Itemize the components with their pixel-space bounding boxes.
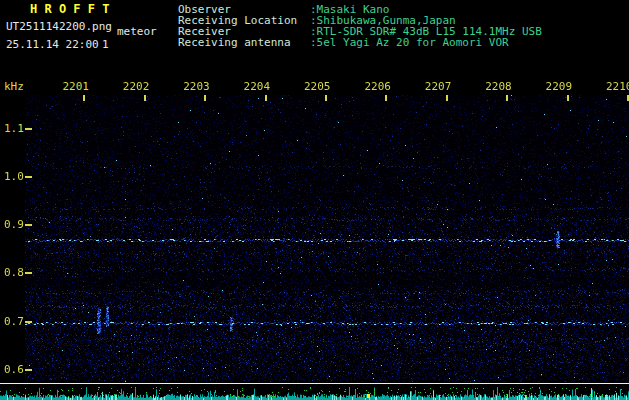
timestamp: 25.11.14 22:00 xyxy=(6,39,99,50)
time-tick-label: 2205 xyxy=(304,81,331,92)
freq-tick-mark xyxy=(25,176,32,178)
time-tick-mark xyxy=(567,95,569,101)
time-tick-mark xyxy=(83,95,85,101)
time-tick-label: 2202 xyxy=(123,81,150,92)
filename: UT2511142200.png xyxy=(6,21,112,32)
meta-label-antenna: Receiving antenna xyxy=(178,37,291,48)
frame-counter: 1 xyxy=(102,39,109,50)
time-tick-mark xyxy=(385,95,387,101)
freq-tick-label: 1.1 xyxy=(4,123,24,134)
time-tick-mark xyxy=(144,95,146,101)
meta-value-antenna: :5el Yagi Az 20 for Aomori VOR xyxy=(310,37,509,48)
time-tick-label: 2201 xyxy=(62,81,89,92)
freq-tick-mark xyxy=(25,224,32,226)
mode-label: meteor xyxy=(117,26,157,37)
spectrogram-canvas xyxy=(25,95,629,382)
freq-tick-label: 0.8 xyxy=(4,267,24,278)
freq-tick-label: 0.7 xyxy=(4,316,24,327)
time-tick-mark xyxy=(204,95,206,101)
separator-line xyxy=(0,383,629,384)
time-tick-label: 2204 xyxy=(244,81,271,92)
freq-tick-label: 0.9 xyxy=(4,219,24,230)
freq-tick-label: 1.0 xyxy=(4,171,24,182)
time-tick-label: 2208 xyxy=(485,81,512,92)
freq-tick-mark xyxy=(25,321,32,323)
app-title: H R O F F T xyxy=(30,4,109,15)
time-tick-mark xyxy=(265,95,267,101)
time-tick-label: 2206 xyxy=(364,81,391,92)
time-tick-mark xyxy=(446,95,448,101)
time-tick-label: 2209 xyxy=(546,81,573,92)
freq-tick-label: 0.6 xyxy=(4,364,24,375)
freq-tick-mark xyxy=(25,369,32,371)
time-tick-label: 2203 xyxy=(183,81,210,92)
hrofft-output: H R O F F T UT2511142200.png meteor 25.1… xyxy=(0,0,629,400)
time-tick-mark xyxy=(325,95,327,101)
time-tick-mark xyxy=(506,95,508,101)
freq-tick-mark xyxy=(25,272,32,274)
time-tick-label: 2210 xyxy=(606,81,629,92)
time-tick-label: 2207 xyxy=(425,81,452,92)
freq-axis-unit: kHz xyxy=(4,81,24,92)
signal-level-strip xyxy=(0,385,629,400)
freq-tick-mark xyxy=(25,128,32,130)
